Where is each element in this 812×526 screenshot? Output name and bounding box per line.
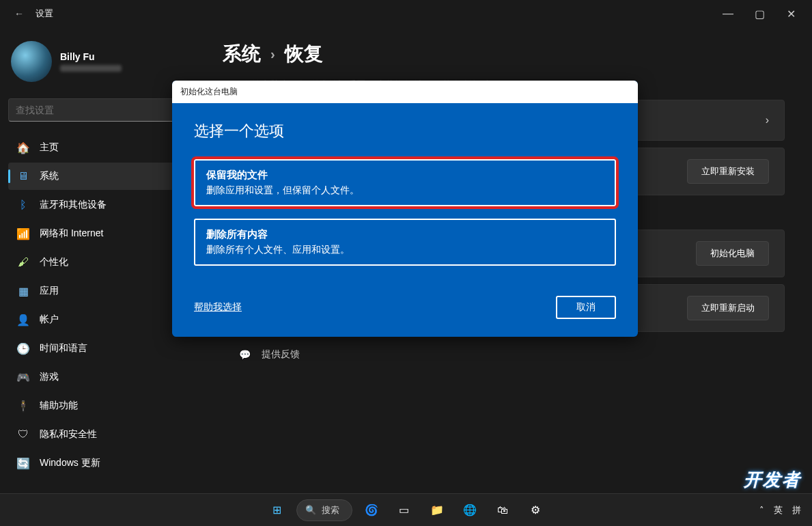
ime-indicator[interactable]: 英 — [774, 504, 783, 516]
bluetooth-icon: ᛒ — [16, 198, 30, 212]
search-box[interactable]: 🔍 — [8, 98, 197, 122]
person-icon: 👤 — [16, 313, 30, 327]
home-icon: 🏠 — [16, 141, 30, 154]
cancel-button[interactable]: 取消 — [556, 296, 616, 319]
system-tray[interactable]: ˄ 英 拼 — [759, 504, 812, 516]
ime-mode[interactable]: 拼 — [792, 504, 801, 516]
nav-personalization[interactable]: 🖌个性化 — [8, 249, 197, 276]
nav-gaming[interactable]: 🎮游戏 — [8, 363, 197, 391]
titlebar: ← 设置 — ▢ ✕ — [0, 0, 812, 27]
display-icon: 🖥 — [16, 169, 30, 183]
gamepad-icon: 🎮 — [16, 370, 30, 384]
option-remove-everything[interactable]: 删除所有内容 删除所有个人文件、应用和设置。 — [194, 219, 616, 266]
accessibility-icon: 🕴 — [16, 399, 30, 413]
profile[interactable]: Billy Fu — [8, 36, 197, 96]
nav-bluetooth[interactable]: ᛒ蓝牙和其他设备 — [8, 191, 197, 219]
breadcrumb-current: 恢复 — [285, 41, 323, 67]
nav-home[interactable]: 🏠主页 — [8, 134, 197, 161]
nav-accounts[interactable]: 👤帐户 — [8, 306, 197, 333]
back-button[interactable]: ← — [5, 8, 33, 19]
apps-icon: ▦ — [16, 284, 30, 298]
feedback-label: 提供反馈 — [262, 348, 300, 361]
reset-pc-dialog: 初始化这台电脑 选择一个选项 保留我的文件 删除应用和设置，但保留个人文件。 删… — [172, 81, 638, 337]
option-desc: 删除应用和设置，但保留个人文件。 — [206, 184, 604, 197]
nav-time-language[interactable]: 🕒时间和语言 — [8, 335, 197, 362]
edge-icon[interactable]: 🌐 — [456, 497, 484, 524]
restart-now-button[interactable]: 立即重新启动 — [687, 296, 769, 320]
settings-taskbar-icon[interactable]: ⚙ — [522, 497, 549, 524]
help-me-choose-link[interactable]: 帮助我选择 — [194, 301, 242, 314]
nav-system[interactable]: 🖥系统 — [8, 163, 197, 190]
nav-label: 个性化 — [40, 256, 68, 268]
reset-pc-button[interactable]: 初始化电脑 — [696, 241, 769, 266]
breadcrumb: 系统 › 恢复 — [223, 41, 785, 67]
breadcrumb-root[interactable]: 系统 — [223, 41, 261, 67]
option-title: 保留我的文件 — [206, 169, 604, 182]
profile-email-blurred — [60, 65, 122, 72]
maximize-button[interactable]: ▢ — [744, 3, 775, 25]
close-button[interactable]: ✕ — [775, 3, 807, 25]
wifi-icon: 📶 — [16, 227, 30, 240]
nav-privacy[interactable]: 🛡隐私和安全性 — [8, 421, 197, 448]
nav-accessibility[interactable]: 🕴辅助功能 — [8, 392, 197, 419]
minimize-button[interactable]: — — [712, 3, 744, 25]
chevron-right-icon: › — [270, 46, 275, 62]
search-input[interactable] — [16, 105, 178, 115]
nav-label: 时间和语言 — [40, 342, 87, 355]
brush-icon: 🖌 — [16, 255, 30, 269]
file-explorer-icon[interactable]: 📁 — [423, 497, 451, 524]
chevron-right-icon: › — [766, 114, 769, 126]
task-view-icon[interactable]: ▭ — [391, 497, 418, 524]
nav-label: 应用 — [40, 285, 59, 297]
start-button[interactable]: ⊞ — [264, 497, 291, 524]
dialog-heading: 选择一个选项 — [194, 121, 616, 141]
nav-windows-update[interactable]: 🔄Windows 更新 — [8, 449, 197, 477]
nav-list: 🏠主页 🖥系统 ᛒ蓝牙和其他设备 📶网络和 Internet 🖌个性化 ▦应用 … — [8, 134, 197, 477]
taskbar-search-label: 搜索 — [322, 504, 339, 516]
clock-icon: 🕒 — [16, 342, 30, 355]
shield-icon: 🛡 — [16, 428, 30, 441]
tray-chevron-icon[interactable]: ˄ — [759, 505, 764, 515]
nav-label: 主页 — [40, 141, 59, 154]
dialog-titlebar: 初始化这台电脑 — [172, 81, 638, 103]
copilot-icon[interactable]: 🌀 — [358, 497, 385, 524]
nav-label: 网络和 Internet — [40, 227, 103, 240]
option-desc: 删除所有个人文件、应用和设置。 — [206, 244, 604, 256]
update-icon: 🔄 — [16, 456, 30, 470]
reinstall-now-button[interactable]: 立即重新安装 — [687, 159, 769, 184]
search-icon: 🔍 — [305, 505, 316, 515]
taskbar-search[interactable]: 🔍 搜索 — [296, 499, 352, 521]
nav-label: 辅助功能 — [40, 400, 78, 412]
profile-name: Billy Fu — [60, 51, 122, 62]
nav-label: 帐户 — [40, 314, 59, 326]
nav-label: 隐私和安全性 — [40, 428, 97, 441]
nav-label: 系统 — [40, 170, 59, 182]
store-icon[interactable]: 🛍 — [489, 497, 516, 524]
feedback-link[interactable]: 💬 提供反馈 — [223, 339, 785, 370]
feedback-icon: 💬 — [239, 349, 251, 360]
window-title: 设置 — [36, 8, 53, 20]
option-title: 删除所有内容 — [206, 228, 604, 241]
nav-label: 游戏 — [40, 371, 59, 383]
option-keep-files[interactable]: 保留我的文件 删除应用和设置，但保留个人文件。 — [194, 159, 616, 206]
avatar — [11, 41, 52, 82]
nav-network[interactable]: 📶网络和 Internet — [8, 220, 197, 247]
nav-label: Windows 更新 — [40, 457, 100, 469]
taskbar: ⊞ 🔍 搜索 🌀 ▭ 📁 🌐 🛍 ⚙ ˄ 英 拼 — [0, 493, 812, 526]
nav-apps[interactable]: ▦应用 — [8, 277, 197, 305]
nav-label: 蓝牙和其他设备 — [40, 199, 107, 211]
